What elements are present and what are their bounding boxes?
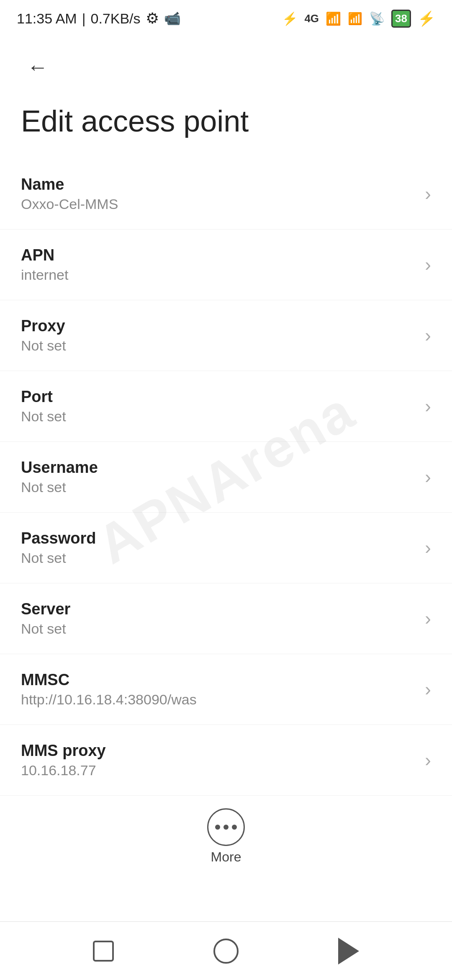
status-network-speed: | — [82, 10, 86, 27]
settings-item-username-content: Username Not set — [21, 459, 416, 495]
settings-list: Name Oxxo-Cel-MMS › APN internet › Proxy… — [0, 159, 452, 873]
back-button[interactable]: ← — [21, 50, 54, 84]
chevron-right-port: › — [425, 396, 431, 417]
more-dot-3 — [232, 825, 237, 830]
chevron-right-proxy: › — [425, 325, 431, 346]
more-label: More — [211, 849, 241, 865]
page-title: Edit access point — [0, 92, 452, 159]
chevron-right-username: › — [425, 467, 431, 487]
battery-indicator: 38 — [391, 10, 411, 28]
signal-bars2-icon: 📶 — [348, 12, 362, 26]
settings-value-password: Not set — [21, 550, 416, 566]
status-time: 11:35 AM — [17, 10, 77, 27]
home-icon — [213, 939, 239, 964]
chevron-right-password: › — [425, 537, 431, 558]
settings-label-mmsc: MMSC — [21, 671, 416, 689]
bluetooth-icon: ⚡ — [282, 11, 298, 26]
video-icon: 📹 — [164, 10, 181, 26]
status-right: ⚡ 4G 📶 📶 📡 38 ⚡ — [282, 10, 435, 28]
wifi-icon: 📡 — [369, 11, 385, 26]
settings-item-proxy-content: Proxy Not set — [21, 317, 416, 354]
status-bar: 11:35 AM | 0.7KB/s ⚙ 📹 ⚡ 4G 📶 📶 📡 38 ⚡ — [0, 0, 452, 34]
nav-recent-apps-button[interactable] — [87, 934, 120, 968]
status-left: 11:35 AM | 0.7KB/s ⚙ 📹 — [17, 10, 181, 27]
charging-icon: ⚡ — [418, 10, 435, 27]
chevron-right-mms-proxy: › — [425, 750, 431, 771]
settings-icon: ⚙ — [146, 10, 159, 27]
settings-item-server-content: Server Not set — [21, 600, 416, 637]
signal-bars-icon: 📶 — [326, 11, 341, 26]
chevron-right-server: › — [425, 608, 431, 629]
nav-bar — [0, 921, 452, 980]
settings-item-name[interactable]: Name Oxxo-Cel-MMS › — [0, 159, 452, 230]
settings-item-port[interactable]: Port Not set › — [0, 371, 452, 442]
settings-item-apn-content: APN internet — [21, 246, 416, 283]
settings-item-mms-proxy[interactable]: MMS proxy 10.16.18.77 › — [0, 725, 452, 796]
chevron-right-name: › — [425, 183, 431, 204]
settings-label-proxy: Proxy — [21, 317, 416, 335]
settings-label-name: Name — [21, 175, 416, 193]
settings-value-mmsc: http://10.16.18.4:38090/was — [21, 691, 416, 708]
settings-value-mms-proxy: 10.16.18.77 — [21, 762, 416, 779]
main-content: APNArena ← Edit access point Name Oxxo-C… — [0, 34, 452, 921]
chevron-right-apn: › — [425, 254, 431, 275]
status-network: 0.7KB/s — [91, 10, 141, 27]
settings-label-username: Username — [21, 459, 416, 477]
nav-home-button[interactable] — [209, 934, 243, 968]
settings-label-mms-proxy: MMS proxy — [21, 742, 416, 760]
settings-item-apn[interactable]: APN internet › — [0, 230, 452, 300]
settings-item-password[interactable]: Password Not set › — [0, 513, 452, 583]
signal-4g-icon: 4G — [304, 12, 319, 25]
settings-value-username: Not set — [21, 479, 416, 495]
settings-item-server[interactable]: Server Not set › — [0, 583, 452, 654]
settings-item-mms-proxy-content: MMS proxy 10.16.18.77 — [21, 742, 416, 779]
settings-label-password: Password — [21, 529, 416, 547]
settings-item-proxy[interactable]: Proxy Not set › — [0, 300, 452, 371]
more-dot-2 — [223, 825, 229, 830]
settings-label-port: Port — [21, 388, 416, 406]
settings-value-apn: internet — [21, 267, 416, 283]
settings-value-server: Not set — [21, 621, 416, 637]
recent-apps-icon — [93, 941, 114, 962]
settings-item-mmsc[interactable]: MMSC http://10.16.18.4:38090/was › — [0, 654, 452, 725]
settings-value-proxy: Not set — [21, 338, 416, 354]
settings-item-username[interactable]: Username Not set › — [0, 442, 452, 513]
settings-item-name-content: Name Oxxo-Cel-MMS — [21, 175, 416, 212]
more-button[interactable]: More — [0, 796, 452, 873]
more-circle-icon — [207, 808, 245, 846]
settings-label-server: Server — [21, 600, 416, 618]
chevron-right-mmsc: › — [425, 679, 431, 700]
settings-item-mmsc-content: MMSC http://10.16.18.4:38090/was — [21, 671, 416, 708]
settings-label-apn: APN — [21, 246, 416, 264]
settings-value-name: Oxxo-Cel-MMS — [21, 196, 416, 212]
settings-item-port-content: Port Not set — [21, 388, 416, 425]
back-button-area[interactable]: ← — [0, 34, 452, 92]
settings-value-port: Not set — [21, 408, 416, 425]
back-icon — [338, 938, 359, 965]
nav-back-button[interactable] — [332, 934, 365, 968]
settings-item-password-content: Password Not set — [21, 529, 416, 566]
more-dot-1 — [215, 825, 220, 830]
